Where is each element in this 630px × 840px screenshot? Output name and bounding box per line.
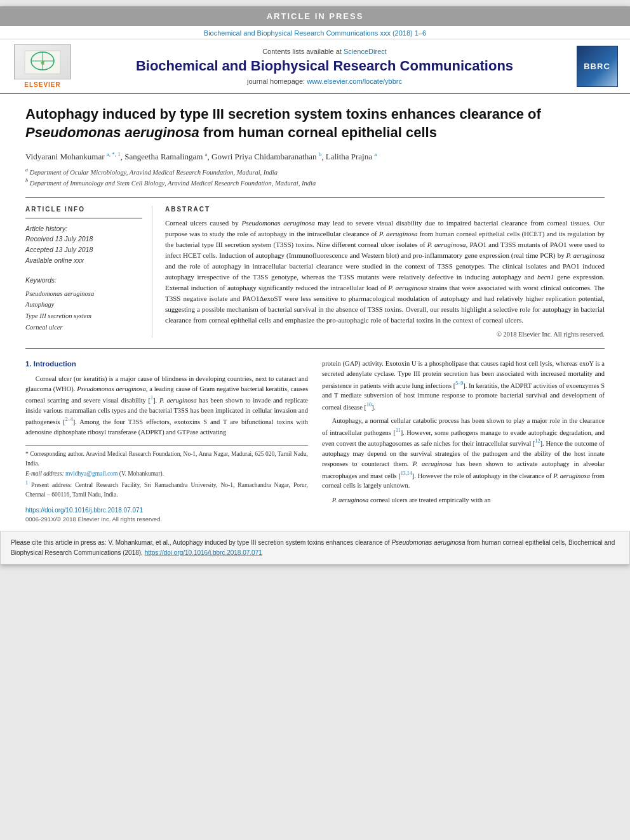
journal-ref-line: Biochemical and Biophysical Research Com… (0, 26, 630, 39)
citation-box: Please cite this article in press as: V.… (0, 531, 630, 564)
page: ARTICLE IN PRESS Biochemical and Biophys… (0, 6, 630, 564)
homepage-label: journal homepage: (247, 77, 305, 85)
bbrc-logo: BBRC (577, 46, 618, 87)
doi-anchor[interactable]: https://doi.org/10.1016/j.bbrc.2018.07.0… (25, 507, 143, 514)
abstract-label: ABSTRACT (165, 206, 605, 213)
abstract-text: Corneal ulcers caused by Pseudomonas aer… (165, 218, 605, 326)
keywords-section: Keywords: Pseudomonas aeruginosa Autopha… (25, 275, 142, 333)
header-left-logo: 🌿 ELSEVIER (8, 44, 77, 88)
header-right-logo: BBRC (572, 46, 622, 87)
citation-doi-link[interactable]: https://doi.org/10.1016/j.bbrc.2018.07.0… (145, 549, 262, 556)
available-online: Available online xxx (25, 257, 84, 264)
article-info-column: ARTICLE INFO Article history: Received 1… (25, 206, 152, 338)
doi-link[interactable]: https://doi.org/10.1016/j.bbrc.2018.07.0… (25, 505, 308, 516)
intro-heading: 1. Introduction (25, 359, 308, 370)
journal-homepage-line: journal homepage: www.elsevier.com/locat… (84, 77, 565, 85)
article-info-label: ARTICLE INFO (25, 206, 142, 213)
footnote-present-address: 1 Present address: Central Research Faci… (25, 479, 308, 499)
keyword-corneal-ulcer: Corneal ulcer (25, 322, 142, 333)
body-col-left: 1. Introduction Corneal ulcer (or kerati… (25, 359, 308, 524)
article-in-press-banner: ARTICLE IN PRESS (0, 6, 630, 26)
article-info-abstract-section: ARTICLE INFO Article history: Received 1… (25, 197, 605, 338)
homepage-link[interactable]: www.elsevier.com/locate/ybbrc (307, 77, 402, 85)
keyword-autophagy: Autophagy (25, 299, 142, 310)
history-label: Article history: (25, 225, 67, 232)
main-content: Autophagy induced by type III secretion … (0, 94, 630, 531)
accepted-date: Accepted 13 July 2018 (25, 246, 93, 253)
body-two-col: 1. Introduction Corneal ulcer (or kerati… (25, 359, 605, 524)
svg-text:🌿: 🌿 (41, 61, 45, 65)
elsevier-label: ELSEVIER (24, 81, 60, 88)
keyword-t3ss: Type III secretion system (25, 310, 142, 322)
header-center: Contents lists available at ScienceDirec… (77, 48, 572, 85)
elsevier-box: 🌿 (14, 44, 71, 79)
affiliations: a Department of Ocular Microbiology, Ara… (25, 166, 605, 189)
article-title: Autophagy induced by type III secretion … (25, 105, 605, 142)
footnote-corresponding: * Corresponding author. Aravind Medical … (25, 450, 308, 468)
footnote-email: E-mail address: mvidhya@gmail.com (V. Mo… (25, 469, 308, 478)
sciencedirect-label: Contents lists available at (262, 48, 342, 55)
sciencedirect-link[interactable]: ScienceDirect (344, 48, 387, 55)
sciencedirect-line: Contents lists available at ScienceDirec… (84, 48, 565, 55)
copyright-line: © 2018 Elsevier Inc. All rights reserved… (165, 331, 605, 338)
abstract-column: ABSTRACT Corneal ulcers caused by Pseudo… (165, 206, 605, 338)
journal-ref-text: Biochemical and Biophysical Research Com… (204, 29, 426, 37)
received-date: Received 13 July 2018 (25, 235, 93, 243)
keyword-pseudomonas: Pseudomonas aeruginosa (25, 288, 142, 300)
section-divider (25, 348, 605, 349)
authors: Vidyarani Mohankumar a, *, 1, Sangeetha … (25, 150, 605, 163)
journal-title-main: Biochemical and Biophysical Research Com… (84, 58, 565, 74)
keywords-label: Keywords: (25, 275, 142, 286)
email-link[interactable]: mvidhya@gmail.com (65, 470, 117, 477)
article-history: Article history: Received 13 July 2018 A… (25, 223, 142, 266)
issn-line: 0006-291X/© 2018 Elsevier Inc. All right… (25, 515, 308, 524)
footnotes-area: * Corresponding author. Aravind Medical … (25, 445, 308, 498)
journal-header: 🌿 ELSEVIER Contents lists available at S… (0, 39, 630, 94)
banner-text: ARTICLE IN PRESS (267, 11, 364, 21)
body-col-right: protein (GAP) activity. Exotoxin U is a … (322, 359, 605, 524)
